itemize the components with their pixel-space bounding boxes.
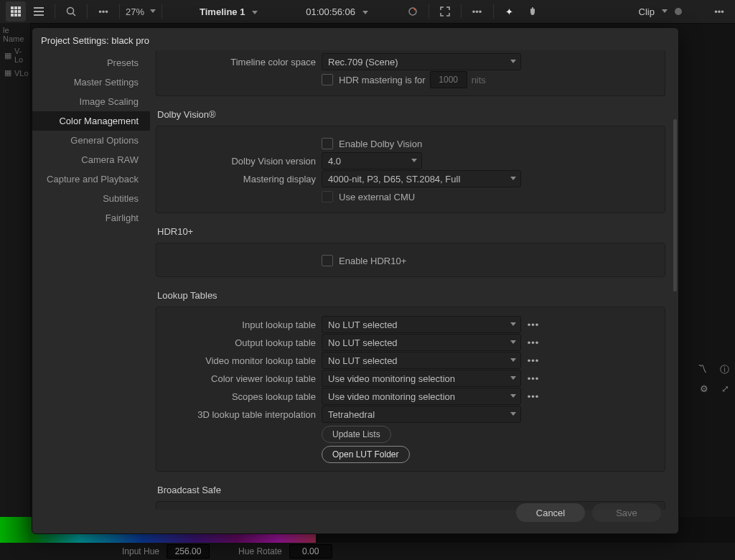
svg-line-13 [73,14,76,17]
svg-marker-16 [362,11,368,14]
output-lut-more-icon[interactable]: ••• [525,335,541,350]
nav-general-options[interactable]: General Options [32,131,150,150]
svg-marker-15 [252,11,258,14]
save-button[interactable]: Save [592,503,661,522]
dialog-footer: Cancel Save [516,503,661,522]
lut-interp-label: 3D lookup table interpolation [164,409,322,420]
color-viewer-lut-more-icon[interactable]: ••• [525,370,541,386]
chevron-down-icon [510,322,516,326]
input-lut-label: Input lookup table [164,319,322,330]
color-viewer-lut-dropdown[interactable]: Use video monitoring selection [322,370,521,387]
enable-dolby-checkbox[interactable] [322,138,333,149]
grid-view-icon[interactable] [6,1,26,22]
timeline-cs-dropdown[interactable]: Rec.709 (Scene) [322,53,521,70]
enable-hdr10-checkbox[interactable] [322,255,333,266]
output-lut-dropdown[interactable]: No LUT selected [322,334,521,351]
hdr10-section-title: HDR10+ [157,226,665,237]
nav-master-settings[interactable]: Master Settings [32,73,150,92]
nav-capture-playback[interactable]: Capture and Playback [32,169,150,189]
scopes-lut-more-icon[interactable]: ••• [525,388,541,404]
hdr-nits-input[interactable] [430,71,467,88]
chevron-down-icon [510,177,516,180]
svg-rect-9 [34,7,44,9]
expand-icon[interactable] [435,1,455,22]
input-lut-more-icon[interactable]: ••• [525,317,541,332]
settings-content: Timeline color space Rec.709 (Scene) HDR… [150,50,678,510]
dolby-version-dropdown[interactable]: 4.0 [322,152,422,169]
dolby-version-label: Dolby Vision version [164,156,322,167]
svg-rect-11 [34,14,44,16]
input-lut-dropdown[interactable]: No LUT selected [322,316,521,333]
chevron-down-icon [510,358,516,362]
more-options-icon[interactable]: ••• [467,1,487,22]
timeline-name[interactable]: Timeline 1 [200,6,245,17]
mastering-display-dropdown[interactable]: 4000-nit, P3, D65, ST.2084, Full [322,170,521,187]
more-options-icon[interactable]: ••• [709,1,729,22]
chevron-down-icon [510,376,516,380]
color-viewer-lut-label: Color viewer lookup table [164,373,322,384]
hdr-mastering-label: HDR mastering is for [339,75,426,85]
settings-nav: Presets Master Settings Image Scaling Co… [32,50,150,510]
lut-interp-dropdown[interactable]: Tetrahedral [322,406,521,423]
luts-section-title: Lookup Tables [157,290,665,301]
zoom-level[interactable]: 27% [126,6,156,17]
svg-rect-0 [11,6,14,9]
broadcast-section-title: Broadcast Safe [157,485,665,495]
svg-rect-2 [18,6,21,9]
svg-rect-3 [11,10,14,13]
chevron-down-icon [252,11,258,15]
zoom-value: 27% [126,6,144,17]
svg-point-12 [67,8,74,14]
cursor-icon[interactable]: ✦ [500,1,520,22]
update-lists-button[interactable]: Update Lists [322,426,391,443]
svg-rect-7 [14,14,17,17]
cancel-button[interactable]: Cancel [516,503,585,522]
svg-rect-5 [18,10,21,13]
video-monitor-lut-dropdown[interactable]: No LUT selected [322,352,521,369]
chevron-down-icon [662,9,668,14]
hdr-mastering-checkbox[interactable] [322,74,333,85]
svg-rect-1 [14,6,17,9]
external-cmu-checkbox [322,191,333,202]
clip-label[interactable]: Clip [635,6,659,17]
nav-presets[interactable]: Presets [32,53,150,73]
enable-hdr10-label: Enable HDR10+ [339,256,406,266]
external-cmu-label: Use external CMU [339,192,415,202]
svg-rect-4 [14,10,17,13]
list-view-icon[interactable] [29,1,49,22]
svg-rect-10 [34,11,44,12]
dialog-title: Project Settings: black pro [32,28,678,50]
nav-color-management[interactable]: Color Management [32,111,150,131]
svg-rect-6 [11,14,14,17]
nav-fairlight[interactable]: Fairlight [32,208,150,228]
chevron-down-icon [510,394,516,398]
clip-indicator-icon [675,8,682,15]
svg-marker-19 [662,9,668,13]
video-monitor-lut-label: Video monitor lookup table [164,355,322,366]
hdr-nits-unit: nits [472,75,486,85]
nav-image-scaling[interactable]: Image Scaling [32,92,150,111]
mastering-display-label: Mastering display [164,174,322,185]
search-icon[interactable] [61,1,81,22]
top-toolbar: ••• 27% Timeline 1 01:00:56:06 ••• ✦ Cli… [0,0,735,24]
timecode[interactable]: 01:00:56:06 [306,6,355,17]
timeline-cs-label: Timeline color space [164,57,322,67]
video-monitor-lut-more-icon[interactable]: ••• [525,353,541,368]
nav-subtitles[interactable]: Subtitles [32,189,150,208]
more-options-icon[interactable]: ••• [93,1,113,22]
project-settings-dialog: Project Settings: black pro Presets Mast… [32,27,679,534]
chevron-down-icon [362,11,368,15]
hand-icon[interactable] [523,1,543,22]
scopes-lut-label: Scopes lookup table [164,391,322,402]
chevron-down-icon [510,412,516,416]
chevron-down-icon [411,159,417,162]
scopes-lut-dropdown[interactable]: Use video monitoring selection [322,388,521,405]
dolby-section-title: Dolby Vision® [157,109,665,120]
output-lut-label: Output lookup table [164,337,322,348]
enable-dolby-label: Enable Dolby Vision [339,139,422,149]
scrollbar[interactable] [673,62,677,464]
color-wheel-icon[interactable] [403,1,423,22]
open-lut-folder-button[interactable]: Open LUT Folder [322,446,410,463]
svg-marker-14 [150,9,156,13]
nav-camera-raw[interactable]: Camera RAW [32,150,150,169]
